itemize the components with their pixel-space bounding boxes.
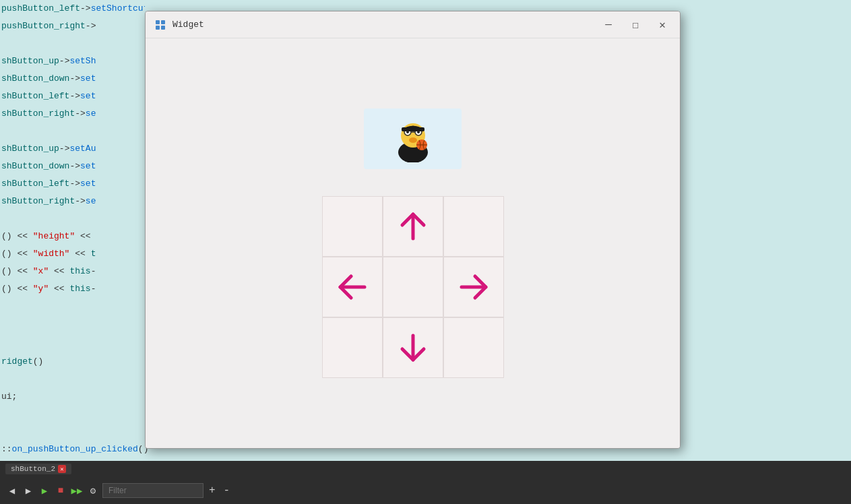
- direction-center: [383, 257, 443, 317]
- direction-down-button[interactable]: [383, 317, 443, 378]
- filter-input[interactable]: [102, 483, 203, 498]
- svg-rect-1: [161, 20, 165, 24]
- svg-rect-16: [402, 127, 424, 131]
- code-line-11: shButton_left->set: [0, 175, 145, 193]
- down-arrow-icon: [396, 330, 431, 365]
- code-line-b2: [0, 371, 145, 388]
- maximize-button[interactable]: ☐: [626, 15, 645, 34]
- widget-title: Widget: [172, 20, 599, 30]
- svg-rect-3: [161, 26, 165, 30]
- code-line-6: shButton_left->set: [0, 88, 145, 105]
- close-button[interactable]: ✕: [653, 15, 672, 34]
- widget-app-icon: [154, 18, 167, 32]
- duck-avatar: [389, 115, 437, 162]
- build-button[interactable]: ▶▶: [70, 484, 84, 497]
- window-controls: — ☐ ✕: [599, 15, 672, 34]
- up-arrow-icon: [396, 209, 431, 244]
- code-line-b4: [0, 406, 145, 423]
- plus-button[interactable]: +: [206, 484, 218, 497]
- minimize-button[interactable]: —: [599, 15, 618, 34]
- bottom-toolbar: ◀ ▶ ▶ ■ ▶▶ ⚙ + -: [0, 477, 851, 504]
- code-line-7: shButton_right->se: [0, 105, 145, 123]
- forward-button[interactable]: ▶: [22, 484, 35, 497]
- direction-left-button[interactable]: [322, 257, 383, 317]
- code-line-3: [0, 35, 145, 53]
- code-line-9: shButton_up->setAu: [0, 140, 145, 158]
- code-line-b6: ::on_pushButton_up_clicked(): [0, 441, 145, 458]
- widget-content: [146, 38, 680, 448]
- direction-empty-top-left: [322, 196, 383, 257]
- code-line-b1: ridget(): [0, 353, 145, 371]
- svg-rect-0: [156, 20, 160, 24]
- code-line-17: () << "y" << this-: [0, 280, 145, 298]
- code-line-b5: [0, 423, 145, 441]
- direction-grid: [322, 196, 504, 378]
- widget-titlebar: Widget — ☐ ✕: [146, 11, 680, 38]
- right-arrow-icon: [456, 270, 491, 305]
- code-line-b3: ui;: [0, 388, 145, 406]
- code-lines-bottom: ridget() ui; ::on_pushButton_up_clicked(…: [0, 353, 145, 458]
- code-line-4: shButton_up->setSh: [0, 53, 145, 70]
- code-line-12: shButton_right->se: [0, 193, 145, 210]
- widget-window: Widget — ☐ ✕: [145, 11, 681, 449]
- tab-item[interactable]: shButton_2 ✕: [5, 464, 71, 474]
- tab-bar: shButton_2 ✕: [0, 461, 851, 477]
- code-line-13: [0, 210, 145, 228]
- widget-icon-svg: [155, 20, 166, 30]
- left-arrow-icon: [335, 270, 370, 305]
- code-line-10: shButton_down->set: [0, 158, 145, 175]
- direction-empty-top-right: [443, 196, 504, 257]
- code-line-8: [0, 123, 145, 140]
- run-button[interactable]: ▶: [38, 484, 51, 497]
- direction-up-button[interactable]: [383, 196, 443, 257]
- direction-right-button[interactable]: [443, 257, 504, 317]
- svg-point-6: [409, 137, 417, 143]
- code-line-14: () << "height" <<: [0, 228, 145, 245]
- svg-rect-2: [156, 26, 160, 30]
- code-line-1: pushButton_left->setShortcut(QKeySequenc…: [0, 0, 145, 18]
- avatar-container: [364, 108, 462, 169]
- direction-empty-bottom-right: [443, 317, 504, 378]
- stop-button[interactable]: ■: [54, 484, 67, 497]
- tab-label: shButton_2: [11, 465, 55, 473]
- code-line-16: () << "x" << this-: [0, 263, 145, 280]
- minus-button[interactable]: -: [221, 484, 233, 497]
- direction-empty-bottom-left: [322, 317, 383, 378]
- code-line-5: shButton_down->set: [0, 70, 145, 88]
- code-line-15: () << "width" << t: [0, 245, 145, 263]
- settings-button[interactable]: ⚙: [86, 484, 100, 497]
- code-line-2: pushButton_right->: [0, 18, 145, 35]
- tab-close-button[interactable]: ✕: [58, 465, 66, 473]
- back-button[interactable]: ◀: [5, 484, 19, 497]
